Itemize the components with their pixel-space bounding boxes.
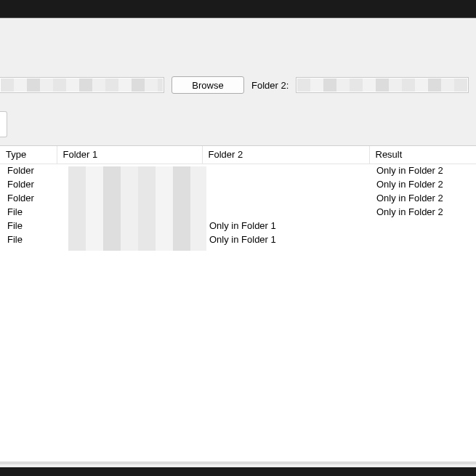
cell-folder2: Only in Folder 1 [202, 219, 369, 233]
cell-folder2 [202, 164, 369, 177]
cell-folder2 [202, 191, 369, 205]
folder1-path-input[interactable] [0, 77, 164, 93]
folder2-label: Folder 2: [251, 80, 289, 91]
cell-type: File [0, 205, 57, 219]
cell-type: File [0, 219, 57, 233]
cell-type: Folder [0, 191, 57, 205]
cell-result [369, 219, 476, 233]
cell-result: Only in Folder 2 [369, 164, 476, 177]
app-window: Browse Folder 2: Type Folder 1 Folder 2 … [0, 17, 476, 461]
cell-type: Folder [0, 164, 57, 177]
toolbar-region: Browse Folder 2: [0, 18, 476, 146]
cell-folder1 [57, 191, 202, 205]
cell-folder1 [57, 164, 202, 177]
column-header-folder1[interactable]: Folder 1 [57, 146, 202, 164]
cell-result: Only in Folder 2 [369, 205, 476, 219]
redacted-text [297, 78, 467, 92]
column-header-folder2[interactable]: Folder 2 [202, 146, 369, 164]
column-header-row: Type Folder 1 Folder 2 Result [0, 146, 476, 164]
cell-result: Only in Folder 2 [369, 177, 476, 191]
table-row[interactable]: FolderOnly in Folder 2 [0, 164, 476, 177]
window-frame-bottom [0, 461, 476, 476]
cell-folder1 [57, 233, 202, 246]
folder2-path-input[interactable] [296, 77, 469, 93]
cell-result: Only in Folder 2 [369, 191, 476, 205]
cell-folder2 [202, 177, 369, 191]
results-grid[interactable]: Type Folder 1 Folder 2 Result FolderOnly… [0, 146, 476, 461]
cell-result [369, 233, 476, 246]
browse-button[interactable]: Browse [172, 76, 244, 94]
table-row[interactable]: FileOnly in Folder 1 [0, 233, 476, 246]
folder-path-row: Browse Folder 2: [0, 76, 476, 94]
column-header-result[interactable]: Result [369, 146, 476, 164]
cell-folder1 [57, 177, 202, 191]
truncated-control[interactable] [0, 111, 7, 137]
redacted-text [1, 78, 163, 92]
table-row[interactable]: FolderOnly in Folder 2 [0, 177, 476, 191]
column-header-type[interactable]: Type [0, 146, 57, 164]
cell-folder1 [57, 219, 202, 233]
cell-folder2 [202, 205, 369, 219]
table-row[interactable]: FileOnly in Folder 2 [0, 205, 476, 219]
cell-folder1 [57, 205, 202, 219]
cell-type: File [0, 233, 57, 246]
cell-type: Folder [0, 177, 57, 191]
window-frame-top [0, 0, 476, 17]
cell-folder2: Only in Folder 1 [202, 233, 369, 246]
table-row[interactable]: FolderOnly in Folder 2 [0, 191, 476, 205]
table-row[interactable]: FileOnly in Folder 1 [0, 219, 476, 233]
